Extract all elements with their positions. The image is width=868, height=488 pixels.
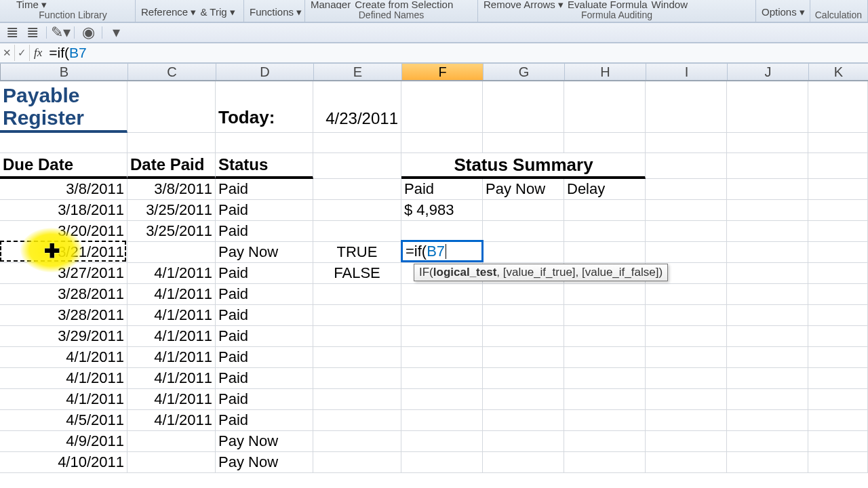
cell[interactable]: Paid <box>216 284 313 305</box>
column-header-J[interactable]: J <box>728 64 809 80</box>
cell[interactable] <box>564 368 646 389</box>
cell[interactable] <box>727 81 808 133</box>
cell[interactable] <box>313 410 401 431</box>
cell[interactable] <box>127 431 216 452</box>
cell[interactable] <box>483 242 564 263</box>
cell[interactable] <box>727 431 808 452</box>
cell[interactable] <box>564 431 646 452</box>
cell[interactable] <box>808 221 868 242</box>
cell[interactable] <box>727 347 808 368</box>
insert-function-button[interactable]: fx <box>30 46 46 60</box>
cell[interactable]: Pay Now <box>216 242 313 263</box>
cell[interactable] <box>127 81 216 133</box>
cell[interactable]: Paid <box>216 263 313 284</box>
cell[interactable]: Paid <box>216 347 313 368</box>
cell[interactable] <box>808 431 868 452</box>
ribbon-remove-arrows[interactable]: Remove Arrows ▾ <box>484 0 564 9</box>
cell[interactable] <box>313 179 401 200</box>
cell[interactable] <box>483 326 564 347</box>
cell[interactable]: Paid <box>216 179 313 200</box>
cell[interactable] <box>401 368 483 389</box>
cell[interactable] <box>646 410 727 431</box>
cell[interactable] <box>727 200 808 221</box>
cell[interactable]: 4/1/2011 <box>0 347 127 368</box>
cell[interactable]: FALSE <box>313 263 401 284</box>
highlight-icon[interactable]: ✎▾ <box>54 26 67 39</box>
cell[interactable]: 4/1/2011 <box>127 263 216 284</box>
cell[interactable] <box>564 389 646 410</box>
cell[interactable] <box>808 347 868 368</box>
cell[interactable] <box>808 410 868 431</box>
column-header-G[interactable]: G <box>484 64 565 80</box>
cell[interactable] <box>564 305 646 326</box>
cell[interactable] <box>808 368 868 389</box>
cell[interactable]: Paid <box>216 221 313 242</box>
cell[interactable] <box>808 263 868 284</box>
cell[interactable]: 4/10/2011 <box>0 452 127 473</box>
cell[interactable] <box>646 81 727 133</box>
cell[interactable]: Paid <box>216 326 313 347</box>
cell[interactable]: 3/25/2011 <box>127 221 216 242</box>
cell[interactable] <box>483 284 564 305</box>
cell[interactable]: 3/8/2011 <box>0 179 127 200</box>
cell[interactable] <box>646 179 727 200</box>
cell[interactable]: 4/1/2011 <box>127 368 216 389</box>
cell[interactable] <box>808 242 868 263</box>
cell[interactable] <box>313 431 401 452</box>
column-header-E[interactable]: E <box>314 64 402 80</box>
cell[interactable] <box>646 305 727 326</box>
ribbon-watch-window[interactable]: Window <box>652 0 688 9</box>
cell[interactable]: 3/27/2011 <box>0 263 127 284</box>
cancel-edit-button[interactable]: ✕ <box>0 45 15 61</box>
indent-increase-icon[interactable]: ≣ <box>26 26 39 39</box>
cell[interactable] <box>483 347 564 368</box>
cell[interactable]: 4/1/2011 <box>127 284 216 305</box>
cell[interactable] <box>483 305 564 326</box>
cell[interactable] <box>808 81 868 133</box>
cell[interactable] <box>313 347 401 368</box>
cell[interactable] <box>727 452 808 473</box>
ribbon-calc-options[interactable]: Options ▾ <box>762 6 805 18</box>
column-header-K[interactable]: K <box>809 64 868 80</box>
ribbon-functions-dropdown[interactable]: Functions ▾ <box>250 6 302 18</box>
cell[interactable] <box>646 389 727 410</box>
cell[interactable] <box>401 389 483 410</box>
cell[interactable]: Pay Now <box>483 179 564 200</box>
ribbon-time-dropdown[interactable]: Time ▾ <box>16 0 47 9</box>
cell[interactable] <box>564 242 646 263</box>
cell[interactable]: 4/1/2011 <box>0 368 127 389</box>
cell[interactable] <box>401 410 483 431</box>
cell[interactable]: 3/20/2011 <box>0 221 127 242</box>
cell[interactable] <box>808 389 868 410</box>
editing-cell[interactable]: =if(B7 <box>401 240 484 262</box>
cell[interactable] <box>401 452 483 473</box>
cell[interactable] <box>483 389 564 410</box>
ribbon-reference-dropdown[interactable]: Reference ▾ <box>141 6 196 18</box>
column-header-F[interactable]: F <box>402 64 484 80</box>
cell[interactable] <box>313 221 401 242</box>
cell[interactable] <box>646 452 727 473</box>
cell[interactable] <box>483 81 564 133</box>
cell[interactable] <box>564 452 646 473</box>
cell[interactable] <box>808 326 868 347</box>
cell[interactable] <box>127 242 216 263</box>
ribbon-create-from-selection[interactable]: Create from Selection <box>355 0 453 9</box>
cell[interactable] <box>646 242 727 263</box>
cell[interactable] <box>808 305 868 326</box>
column-header-D[interactable]: D <box>216 64 314 80</box>
cell[interactable]: Pay Now <box>216 431 313 452</box>
cell[interactable]: 4/1/2011 <box>127 305 216 326</box>
cell[interactable] <box>313 389 401 410</box>
cell[interactable] <box>401 326 483 347</box>
cell[interactable] <box>313 326 401 347</box>
cell[interactable] <box>401 284 483 305</box>
cell[interactable] <box>727 368 808 389</box>
cell[interactable] <box>401 347 483 368</box>
cell[interactable]: 4/1/2011 <box>0 389 127 410</box>
cell[interactable] <box>483 368 564 389</box>
cell[interactable] <box>646 347 727 368</box>
cell[interactable] <box>483 221 564 242</box>
cell[interactable] <box>646 368 727 389</box>
cell[interactable] <box>564 81 646 133</box>
cell[interactable]: Paid <box>216 410 313 431</box>
